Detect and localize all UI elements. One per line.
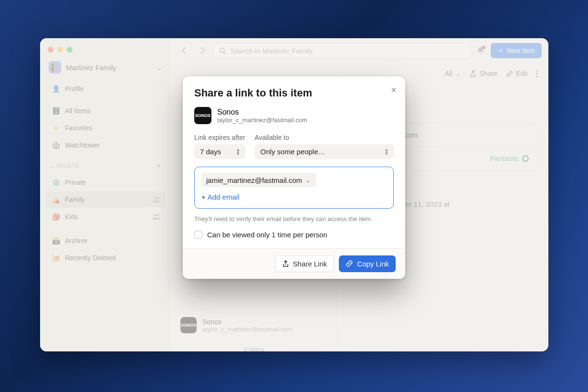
close-button[interactable]: × <box>391 85 397 95</box>
add-email-button[interactable]: + Add email <box>201 193 239 201</box>
modal-item-row: SONOS Sonos taylor_c_martinez@fastmail.c… <box>194 107 394 124</box>
email-chip[interactable]: jamie_martinez@fastmail.com ⌄ <box>201 173 316 187</box>
modal-item-sub: taylor_c_martinez@fastmail.com <box>217 117 307 124</box>
plus-icon: + <box>201 193 206 201</box>
expire-label: Link expires after <box>194 134 245 141</box>
expire-value: 7 days <box>200 148 221 156</box>
modal-title: Share a link to this item <box>194 87 394 99</box>
email-chip-value: jamie_martinez@fastmail.com <box>206 176 302 184</box>
share-link-button[interactable]: Share Link <box>275 255 335 272</box>
expire-select[interactable]: 7 days ▴▾ <box>194 144 245 159</box>
view-once-label: Can be viewed only 1 time per person <box>207 231 327 239</box>
modal-item-name: Sonos <box>217 108 307 117</box>
copy-link-label: Copy Link <box>357 260 389 268</box>
available-value: Only some people… <box>261 148 326 156</box>
stepper-icon: ▴▾ <box>385 148 388 155</box>
checkbox[interactable] <box>194 231 202 239</box>
add-email-label: Add email <box>208 193 240 201</box>
view-once-option[interactable]: Can be viewed only 1 time per person <box>194 231 394 242</box>
available-select[interactable]: Only some people… ▴▾ <box>255 144 394 159</box>
share-link-modal: Share a link to this item × SONOS Sonos … <box>183 76 405 279</box>
stepper-icon: ▴▾ <box>237 148 240 155</box>
chevron-down-icon: ⌄ <box>305 176 311 184</box>
available-label: Available to <box>255 134 394 141</box>
copy-link-button[interactable]: Copy Link <box>339 255 396 272</box>
recipient-box: jamie_martinez@fastmail.com ⌄ + Add emai… <box>194 167 394 209</box>
share-link-label: Share Link <box>293 260 327 268</box>
modal-footer: Share Link Copy Link <box>183 248 405 279</box>
hint-text: They'll need to verify their email befor… <box>194 214 394 224</box>
sonos-icon: SONOS <box>194 107 211 124</box>
